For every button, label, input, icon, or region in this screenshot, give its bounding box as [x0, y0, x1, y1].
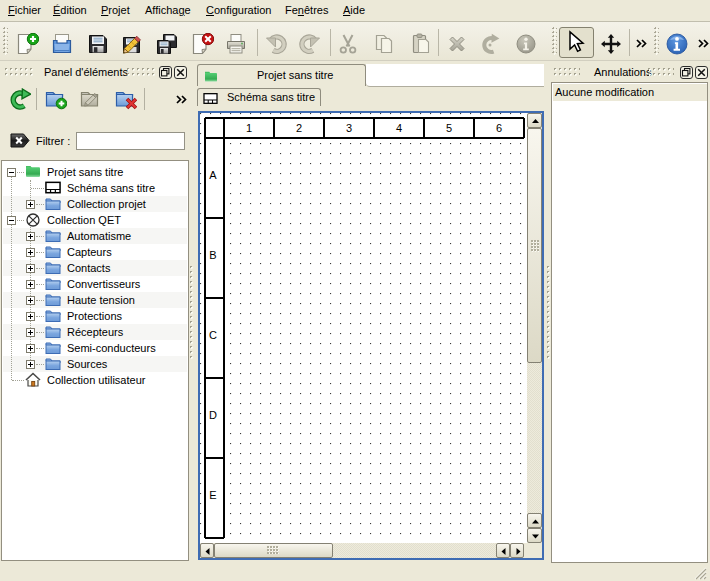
svg-text:E: E: [209, 489, 216, 501]
svg-text:D: D: [209, 409, 217, 421]
svg-text:6: 6: [496, 122, 502, 134]
svg-text:5: 5: [446, 122, 452, 134]
svg-text:B: B: [209, 249, 216, 261]
svg-text:A: A: [209, 169, 217, 181]
svg-text:C: C: [209, 329, 217, 341]
svg-text:4: 4: [396, 122, 402, 134]
svg-text:2: 2: [296, 122, 302, 134]
svg-text:3: 3: [346, 122, 352, 134]
svg-text:1: 1: [246, 122, 252, 134]
